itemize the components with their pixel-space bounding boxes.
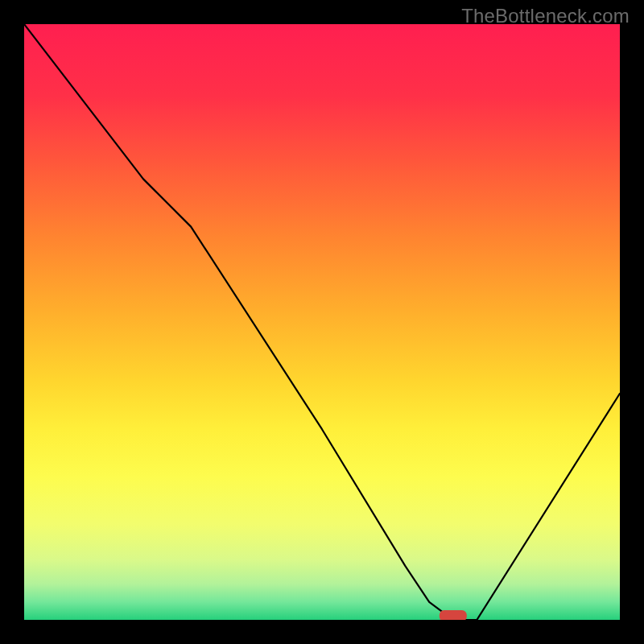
chart-frame: TheBottleneck.com <box>0 0 644 644</box>
plot-area <box>24 24 620 620</box>
watermark-text: TheBottleneck.com <box>461 5 630 27</box>
chart-background <box>24 24 620 620</box>
bottleneck-chart <box>24 24 620 620</box>
optimal-marker <box>440 610 467 620</box>
